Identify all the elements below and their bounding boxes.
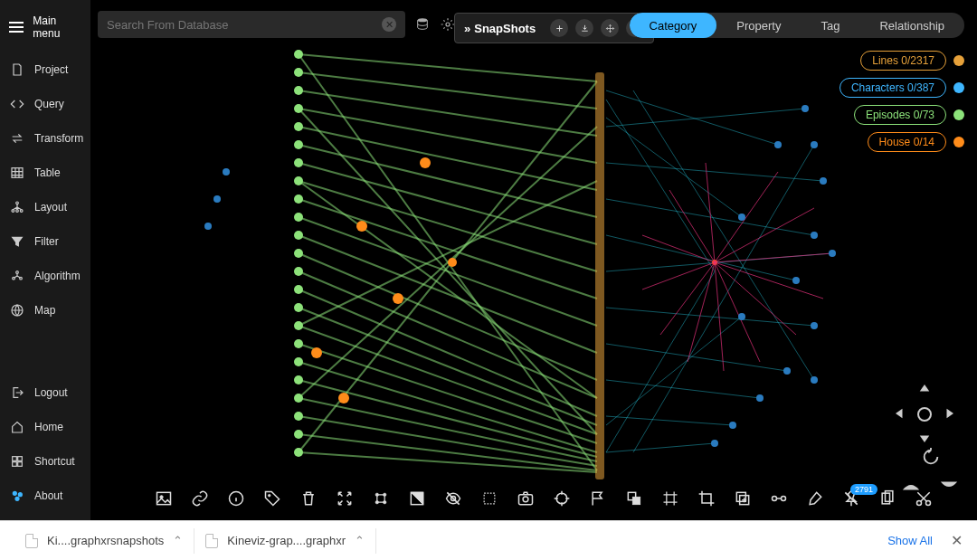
svg-point-42 [223, 168, 230, 176]
cluster-icon[interactable] [371, 489, 391, 508]
main-menu-toggle[interactable]: Main menu [0, 7, 90, 52]
contrast-icon[interactable] [407, 489, 427, 508]
sidebar-item-algorithm[interactable]: Algorithm [0, 259, 90, 293]
svg-point-7 [294, 140, 303, 149]
sidebar-item-layout[interactable]: Layout [0, 190, 90, 224]
legend-item-episodes[interactable]: Episodes 0/73 [854, 105, 964, 125]
sidebar-item-home[interactable]: Home [0, 410, 90, 444]
legend-item-lines[interactable]: Lines 0/2317 [860, 51, 964, 71]
trash-icon[interactable] [299, 489, 318, 508]
visibility-off-icon[interactable] [443, 489, 463, 508]
connect-icon[interactable] [769, 489, 789, 508]
duplicate-icon[interactable] [733, 489, 753, 508]
sidebar-item-transform[interactable]: Transform [0, 121, 90, 156]
svg-point-80 [556, 493, 567, 504]
image-icon[interactable] [154, 489, 174, 508]
svg-point-40 [213, 195, 221, 203]
svg-point-73 [375, 501, 378, 504]
expand-icon[interactable] [335, 489, 355, 508]
shortcut-icon [9, 453, 25, 470]
copy-icon[interactable] [877, 489, 897, 508]
sidebar-item-label: Logout [34, 386, 68, 399]
tab-property[interactable]: Property [716, 13, 801, 38]
legend-item-characters[interactable]: Characters 0/387 [839, 78, 964, 98]
rotate-controls [921, 447, 959, 470]
svg-point-14 [294, 267, 303, 276]
globe-icon [9, 302, 25, 318]
flag-icon[interactable] [588, 489, 608, 508]
svg-rect-61 [18, 462, 23, 467]
target-icon[interactable] [552, 489, 572, 508]
svg-rect-58 [13, 457, 17, 461]
snapshot-download-button[interactable] [575, 19, 593, 37]
sidebar-item-logout[interactable]: Logout [0, 375, 90, 410]
snapshot-title[interactable]: » SnapShots [464, 22, 536, 35]
sidebar-item-table[interactable]: Table [0, 156, 90, 190]
legend-item-house[interactable]: House 0/14 [868, 132, 964, 152]
brush-icon[interactable] [805, 489, 825, 508]
swap-icon [9, 130, 25, 147]
info-icon[interactable] [226, 489, 246, 508]
svg-point-37 [738, 313, 745, 320]
tab-category[interactable]: Category [630, 13, 717, 38]
pin-off-icon[interactable]: 2791 [841, 489, 861, 508]
sidebar-item-label: Transform [34, 132, 83, 145]
sidebar-top-group: Project Query Transform Table Layout Fil… [0, 52, 90, 327]
frame-icon[interactable] [660, 489, 680, 508]
snapshot-add-button[interactable] [550, 19, 568, 37]
svg-point-4 [294, 86, 303, 95]
svg-point-12 [294, 231, 303, 240]
svg-point-86 [782, 497, 786, 501]
sidebar-item-label: Shortcut [34, 455, 75, 468]
tab-relationship[interactable]: Relationship [859, 13, 964, 38]
sidebar-item-filter[interactable]: Filter [0, 224, 90, 259]
sidebar-item-query[interactable]: Query [0, 87, 90, 121]
sidebar-item-label: Query [34, 98, 64, 110]
snapshot-move-button[interactable] [601, 19, 619, 37]
tab-tag[interactable]: Tag [801, 13, 859, 38]
legend-dot-icon [953, 137, 964, 147]
download-filename: Kineviz-grap....graphxr [227, 534, 346, 547]
nav-center-button[interactable] [917, 407, 932, 422]
svg-point-28 [811, 232, 818, 239]
nav-up-button[interactable] [916, 382, 933, 401]
nav-down-button[interactable] [916, 429, 933, 448]
close-icon[interactable]: ✕ [951, 532, 963, 549]
legend: Lines 0/2317 Characters 0/387 Episodes 0… [839, 51, 964, 152]
file-icon [9, 62, 25, 78]
select-icon[interactable] [479, 489, 499, 508]
chevron-up-icon[interactable]: ⌃ [173, 534, 183, 547]
bring-front-icon[interactable] [624, 489, 644, 508]
download-item[interactable]: Kineviz-grap....graphxr ⌃ [194, 528, 376, 554]
svg-point-70 [268, 494, 270, 497]
download-item[interactable]: Ki....graphxrsnapshots ⌃ [14, 528, 194, 554]
sidebar-item-shortcut[interactable]: Shortcut [0, 444, 90, 479]
rotate-left-button[interactable] [921, 447, 941, 470]
home-icon [9, 419, 25, 435]
cut-icon[interactable] [914, 489, 934, 508]
link-icon[interactable] [190, 489, 210, 508]
nav-right-button[interactable] [940, 405, 956, 424]
chevron-up-icon[interactable]: ⌃ [355, 534, 365, 547]
legend-dot-icon [953, 55, 964, 66]
clear-icon[interactable]: ✕ [382, 17, 396, 32]
sidebar-item-project[interactable]: Project [0, 52, 90, 87]
svg-point-33 [756, 394, 764, 402]
svg-point-65 [418, 18, 428, 22]
sidebar-item-about[interactable]: About [0, 479, 90, 513]
tilt-down-button[interactable] [939, 479, 959, 495]
sidebar-item-map[interactable]: Map [0, 293, 90, 327]
database-icon[interactable] [414, 16, 431, 33]
crop-icon[interactable] [697, 489, 716, 508]
camera-icon[interactable] [516, 489, 536, 508]
document-icon [205, 534, 218, 548]
search-input[interactable] [107, 18, 382, 32]
svg-point-46 [420, 157, 431, 168]
svg-point-9 [294, 176, 303, 185]
nav-left-button[interactable] [893, 405, 909, 424]
svg-point-20 [294, 375, 303, 384]
show-all-button[interactable]: Show All [887, 534, 933, 547]
svg-point-36 [738, 214, 745, 221]
tag-icon[interactable] [262, 489, 282, 508]
bottom-toolbar: 2791 [154, 489, 934, 508]
